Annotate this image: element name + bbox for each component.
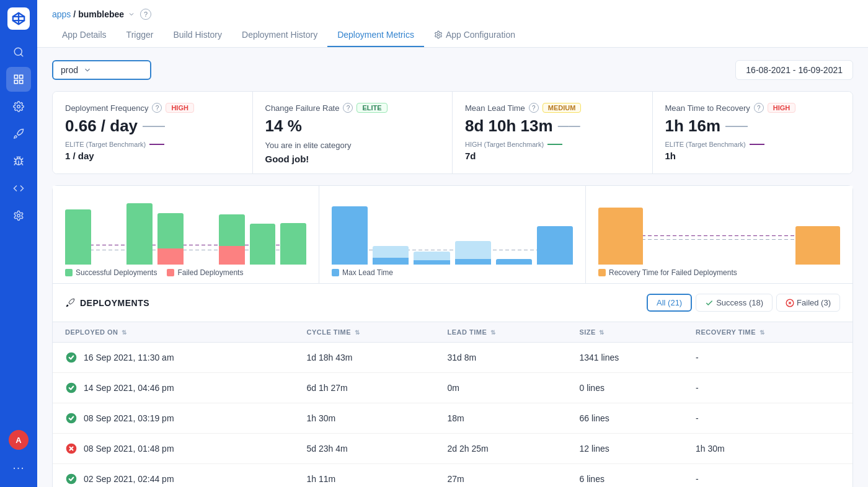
failed-x-icon [786,299,794,307]
svg-point-11 [17,214,20,217]
cell-deployed-on: 16 Sep 2021, 11:30 am [53,343,294,373]
cell-deployed-on: 14 Sep 2021, 04:46 pm [53,373,294,403]
legend-failed: Failed Deployments [167,268,243,277]
deployed-on-value: 08 Sep 2021, 03:19 pm [84,413,174,423]
col-deployed-on[interactable]: DEPLOYED ON ⇅ [53,322,294,343]
table-row[interactable]: 02 Sep 2021, 02:44 pm 1h 11m 27m 6 lines… [53,464,852,488]
cell-size: 1341 lines [567,343,683,373]
col-size[interactable]: SIZE ⇅ [567,322,683,343]
svg-rect-9 [20,81,23,84]
success-bar [219,214,245,246]
user-avatar[interactable]: A [9,430,29,450]
env-dropdown[interactable]: prod [52,60,151,80]
success-bar [280,223,306,265]
deployed-on-value: 02 Sep 2021, 02:44 pm [84,474,174,484]
filter-failed-button[interactable]: Failed (3) [776,294,840,312]
change-failure-good-text: Good job! [265,154,440,164]
bar-group [280,198,306,265]
status-success-icon [65,382,78,394]
tab-app-configuration[interactable]: App Configuration [424,24,525,47]
change-failure-rate-badge: ELITE [356,103,387,113]
cell-deployed-on: 08 Sep 2021, 03:19 pm [53,403,294,434]
tab-trigger[interactable]: Trigger [117,24,164,47]
svg-rect-8 [14,81,17,84]
status-success-icon [65,412,78,424]
svg-point-12 [437,33,440,36]
recovery-bars [598,193,840,265]
recovery-bar [795,226,840,265]
col-recovery-time[interactable]: RECOVERY TIME ⇅ [683,322,852,343]
recovery-bar [598,208,643,265]
app-logo[interactable] [7,7,30,30]
mean-lead-time-trend: —— [558,120,580,133]
legend-dot-green [65,269,73,276]
deployed-on-value: 08 Sep 2021, 01:48 pm [84,444,174,454]
col-cycle-time[interactable]: CYCLE TIME ⇅ [294,322,435,343]
mean-lead-time-bars [332,193,573,265]
nav-tabs: App Details Trigger Build History Deploy… [52,24,853,47]
search-icon[interactable] [6,40,31,64]
status-failed-icon [65,442,78,455]
env-value: prod [61,65,78,75]
bar-group [414,198,450,265]
filter-all-button[interactable]: All (21) [647,294,692,312]
rocket-icon[interactable] [6,121,31,146]
cell-size: 12 lines [567,434,683,464]
table-row[interactable]: 08 Sep 2021, 03:19 pm 1h 30m 18m 66 line… [53,403,852,434]
mean-lead-time-info[interactable]: ? [529,103,539,113]
code-icon[interactable] [6,176,31,201]
failed-bar [157,248,184,265]
deployment-frequency-trend: —— [143,120,165,133]
gear-icon [434,30,443,39]
col-lead-time[interactable]: LEAD TIME ⇅ [435,322,567,343]
bar-group [188,198,215,265]
settings-icon[interactable] [6,94,31,119]
legend-max-lead: Max Lead Time [332,268,393,277]
mean-time-recovery-label: Mean Time to Recovery [665,103,750,113]
config-icon[interactable] [6,203,31,228]
cell-recovery-time: - [683,403,852,434]
metric-change-failure-rate: Change Failure Rate ? ELITE 14 % You are… [253,92,453,173]
breadcrumb-apps-link[interactable]: apps [52,9,71,19]
cell-lead-time: 18m [435,403,567,434]
tab-build-history[interactable]: Build History [163,24,232,47]
deploy-filters: All (21) Success (18) Failed (3) [647,294,840,312]
bug-icon[interactable] [6,149,31,173]
info-icon[interactable]: ? [140,9,151,20]
chevron-down-icon [128,11,135,18]
tab-deployment-metrics[interactable]: Deployment Metrics [327,24,424,47]
cell-size: 0 lines [567,373,683,403]
status-success-icon [65,473,78,485]
metrics-grid: Deployment Frequency ? HIGH 0.66 / day —… [52,91,853,174]
deployment-frequency-info[interactable]: ? [152,103,162,113]
lead-bar [496,259,532,265]
lead-bar-light [373,246,409,258]
cell-recovery-time: 1h 30m [683,434,852,464]
date-range-picker[interactable]: 16-08-2021 - 16-09-2021 [735,60,853,80]
grid-icon[interactable] [6,67,31,92]
deployments-table: DEPLOYED ON ⇅ CYCLE TIME ⇅ LEAD TIME ⇅ S… [53,322,852,487]
change-failure-rate-info[interactable]: ? [343,103,353,113]
deployment-frequency-chart: Successful Deployments Failed Deployment… [53,186,319,283]
cell-size: 66 lines [567,403,683,434]
tab-deployment-history[interactable]: Deployment History [232,24,327,47]
bar-group [537,198,573,265]
legend-dot-red [167,269,174,276]
table-row[interactable]: 08 Sep 2021, 01:48 pm 5d 23h 4m 2d 2h 25… [53,434,852,464]
failed-bar [219,246,245,265]
table-row[interactable]: 14 Sep 2021, 04:46 pm 6d 1h 27m 0m 0 lin… [53,373,852,403]
lead-bar [373,258,409,265]
metric-mean-time-recovery: Mean Time to Recovery ? HIGH 1h 16m —— E… [653,92,853,173]
mean-time-recovery-info[interactable]: ? [754,103,764,113]
deployments-header: DEPLOYMENTS All (21) Success (18) Failed… [53,284,852,322]
success-bar [126,203,153,265]
cell-lead-time: 2d 2h 25m [435,434,567,464]
cell-lead-time: 27m [435,464,567,488]
charts-row: Successful Deployments Failed Deployment… [53,186,852,284]
more-options-icon[interactable]: ··· [6,455,31,480]
deployment-freq-legend: Successful Deployments Failed Deployment… [65,268,306,277]
legend-dot-orange [598,269,606,276]
filter-success-button[interactable]: Success (18) [696,294,773,312]
tab-app-details[interactable]: App Details [52,24,117,47]
table-row[interactable]: 16 Sep 2021, 11:30 am 1d 18h 43m 31d 8m … [53,343,852,373]
